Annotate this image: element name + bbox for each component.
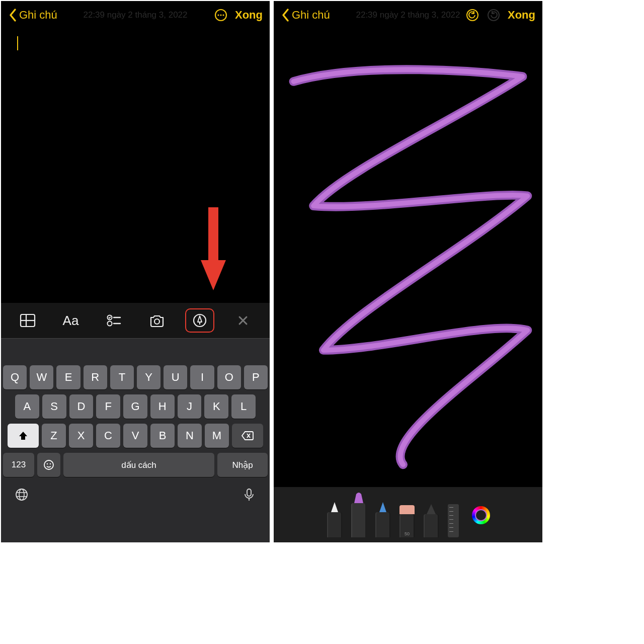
emoji-icon bbox=[43, 459, 55, 471]
key-q[interactable]: Q bbox=[3, 365, 27, 389]
keyboard-bottom-row bbox=[3, 482, 268, 504]
undo-button[interactable] bbox=[465, 8, 479, 22]
key-m[interactable]: M bbox=[205, 424, 229, 448]
redo-icon bbox=[487, 8, 501, 22]
checklist-button[interactable] bbox=[99, 308, 128, 333]
key-i[interactable]: I bbox=[190, 365, 214, 389]
eraser-tip-icon bbox=[399, 505, 415, 514]
key-s[interactable]: S bbox=[42, 394, 66, 419]
markup-tool-tray: 50 bbox=[274, 487, 542, 542]
back-label: Ghi chú bbox=[19, 9, 57, 22]
back-button[interactable]: Ghi chú bbox=[281, 8, 330, 22]
key-w[interactable]: W bbox=[30, 365, 53, 389]
format-toolbar: Aa bbox=[1, 303, 270, 338]
pencil-tip-icon bbox=[375, 502, 390, 512]
table-icon bbox=[19, 312, 36, 329]
eraser-size-label: 50 bbox=[399, 531, 415, 536]
color-picker-button[interactable] bbox=[472, 506, 490, 524]
lasso-tip-icon bbox=[424, 504, 439, 514]
svg-rect-22 bbox=[247, 489, 251, 496]
key-j[interactable]: J bbox=[178, 394, 202, 419]
keyboard-row-3: Z X C V B N M bbox=[3, 424, 268, 448]
key-e[interactable]: E bbox=[56, 365, 80, 389]
drawing-canvas[interactable] bbox=[274, 29, 542, 487]
undo-icon bbox=[465, 8, 479, 22]
microphone-icon bbox=[242, 487, 257, 502]
key-t[interactable]: T bbox=[110, 365, 134, 389]
key-g[interactable]: G bbox=[123, 394, 147, 419]
color-swatch-icon bbox=[475, 509, 487, 521]
key-x[interactable]: X bbox=[69, 424, 93, 448]
annotation-arrow-icon bbox=[198, 207, 228, 295]
backspace-icon bbox=[241, 430, 254, 441]
key-f[interactable]: F bbox=[96, 394, 120, 419]
done-button[interactable]: Xong bbox=[235, 9, 263, 22]
svg-point-15 bbox=[44, 460, 53, 469]
back-button[interactable]: Ghi chú bbox=[8, 8, 57, 22]
key-u[interactable]: U bbox=[164, 365, 187, 389]
svg-point-2 bbox=[220, 14, 221, 16]
camera-button[interactable] bbox=[142, 308, 172, 333]
globe-button[interactable] bbox=[14, 487, 29, 504]
keyboard: Q W E R T Y U I O P A S D F G H J K L bbox=[1, 361, 270, 542]
checklist-icon bbox=[105, 312, 122, 329]
done-button[interactable]: Xong bbox=[508, 9, 535, 22]
svg-rect-4 bbox=[208, 207, 218, 263]
key-emoji[interactable] bbox=[37, 453, 60, 477]
chevron-left-icon bbox=[8, 8, 17, 22]
key-space[interactable]: dấu cách bbox=[63, 453, 214, 477]
text-format-button[interactable]: Aa bbox=[56, 308, 85, 333]
back-label: Ghi chú bbox=[292, 9, 330, 22]
key-n[interactable]: N bbox=[178, 424, 202, 448]
key-backspace[interactable] bbox=[232, 424, 263, 448]
header-left: Ghi chú Xong bbox=[1, 1, 270, 29]
close-toolbar-button[interactable] bbox=[228, 308, 258, 333]
key-c[interactable]: C bbox=[96, 424, 120, 448]
key-123[interactable]: 123 bbox=[3, 453, 34, 477]
key-o[interactable]: O bbox=[217, 365, 241, 389]
dictation-button[interactable] bbox=[242, 487, 257, 504]
ruler-icon bbox=[448, 504, 459, 537]
tool-pencil[interactable] bbox=[374, 502, 391, 537]
header-right: Ghi chú Xong bbox=[274, 1, 542, 29]
key-k[interactable]: K bbox=[204, 394, 228, 419]
key-a[interactable]: A bbox=[15, 394, 39, 419]
tool-pen[interactable] bbox=[326, 502, 343, 537]
tool-ruler[interactable] bbox=[447, 504, 460, 537]
tool-marker[interactable] bbox=[350, 492, 367, 537]
key-h[interactable]: H bbox=[150, 394, 175, 419]
key-y[interactable]: Y bbox=[137, 365, 160, 389]
svg-point-1 bbox=[217, 14, 219, 16]
tool-eraser[interactable]: 50 bbox=[398, 505, 416, 537]
key-v[interactable]: V bbox=[123, 424, 147, 448]
keyboard-row-1: Q W E R T Y U I O P bbox=[3, 365, 268, 389]
more-button[interactable] bbox=[214, 8, 228, 22]
key-p[interactable]: P bbox=[244, 365, 268, 389]
text-cursor bbox=[17, 36, 18, 50]
keyboard-suggestion-bar[interactable] bbox=[1, 338, 270, 361]
globe-icon bbox=[14, 487, 29, 502]
keyboard-row-4: 123 dấu cách Nhập bbox=[3, 453, 268, 477]
svg-point-3 bbox=[222, 14, 224, 16]
markup-button[interactable] bbox=[185, 308, 214, 333]
key-r[interactable]: R bbox=[84, 365, 107, 389]
key-b[interactable]: B bbox=[150, 424, 175, 448]
table-button[interactable] bbox=[13, 308, 42, 333]
key-enter[interactable]: Nhập bbox=[217, 453, 268, 477]
screen-left-notes-editor: 22:39 ngày 2 tháng 3, 2022 Ghi chú Xong bbox=[0, 0, 271, 543]
svg-point-18 bbox=[16, 489, 27, 500]
text-format-label: Aa bbox=[63, 313, 79, 329]
key-shift[interactable] bbox=[8, 424, 39, 448]
svg-point-16 bbox=[47, 463, 48, 464]
shift-icon bbox=[18, 430, 29, 441]
key-d[interactable]: D bbox=[69, 394, 94, 419]
svg-point-10 bbox=[108, 321, 112, 326]
key-z[interactable]: Z bbox=[42, 424, 66, 448]
camera-icon bbox=[148, 312, 166, 329]
keyboard-row-2: A S D F G H J K L bbox=[3, 394, 268, 419]
redo-button[interactable] bbox=[487, 8, 501, 22]
pen-tip-icon bbox=[327, 502, 342, 512]
key-l[interactable]: L bbox=[231, 394, 256, 419]
svg-point-19 bbox=[19, 489, 24, 500]
tool-lasso[interactable] bbox=[423, 504, 440, 537]
